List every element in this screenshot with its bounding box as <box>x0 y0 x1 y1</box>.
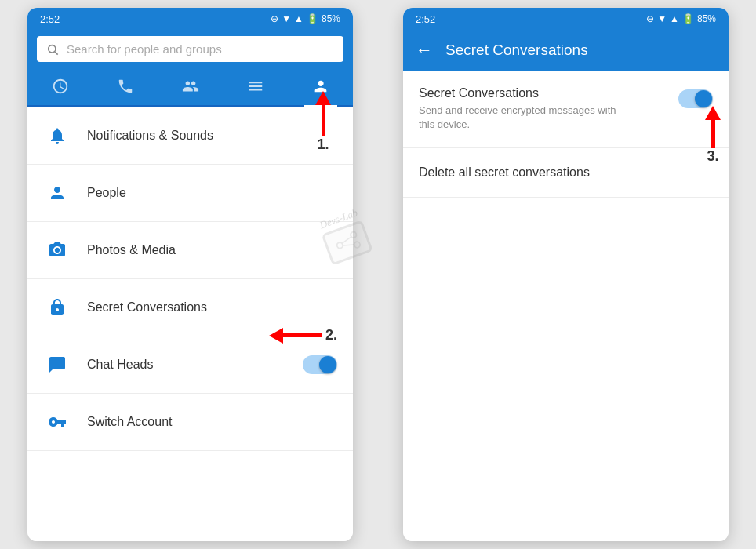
chat-icon <box>43 351 71 379</box>
arrow-head-up-3 <box>705 106 721 120</box>
delete-secret-setting[interactable]: Delete all secret conversations <box>403 148 729 198</box>
arrow-body-up-3 <box>711 120 715 148</box>
screen-title: Secret Conversations <box>445 42 588 59</box>
wifi-icon: ▲ <box>294 13 303 24</box>
notifications-label: Notifications & Sounds <box>87 129 337 143</box>
do-not-disturb-icon: ⊖ <box>271 13 278 24</box>
annotation-1-arrow: 1. <box>315 91 331 153</box>
menu-item-people[interactable]: People <box>27 165 353 222</box>
status-icons-1: ⊖ ▼ ▲ 🔋 85% <box>271 13 340 24</box>
phone-1: 2:52 ⊖ ▼ ▲ 🔋 85% Search for people and g… <box>27 8 353 541</box>
menu-item-photos[interactable]: Photos & Media <box>27 222 353 279</box>
time-1: 2:52 <box>40 13 60 25</box>
tab-recent[interactable] <box>44 75 77 102</box>
setting-title: Secret Conversations <box>419 86 669 100</box>
setting-text-wrap: Secret Conversations Send and receive en… <box>419 86 669 132</box>
toggle-knob <box>319 356 336 373</box>
tab-people[interactable] <box>174 75 207 102</box>
settings-content: Secret Conversations Send and receive en… <box>403 71 729 541</box>
status-bar-1: 2:52 ⊖ ▼ ▲ 🔋 85% <box>27 8 353 30</box>
back-button[interactable]: ← <box>416 40 433 60</box>
menu-item-secret[interactable]: Secret Conversations 2. <box>27 279 353 336</box>
chat-heads-toggle-wrap <box>303 355 337 374</box>
search-placeholder: Search for people and groups <box>67 42 222 56</box>
secret-conversations-setting[interactable]: Secret Conversations Send and receive en… <box>403 71 729 148</box>
arrow-body-up-1 <box>322 105 325 136</box>
person-icon <box>43 179 71 207</box>
signal-icon: ▼ <box>282 13 291 24</box>
search-input-wrap[interactable]: Search for people and groups <box>37 36 343 62</box>
phone-2: 2:52 ⊖ ▼ ▲ 🔋 85% ← Secret Conversations … <box>403 8 729 541</box>
search-icon <box>46 43 59 56</box>
svg-line-1 <box>55 52 58 55</box>
menu-list: Notifications & Sounds People Phot <box>27 107 353 541</box>
do-not-disturb-icon-2: ⊖ <box>646 13 654 24</box>
menu-item-chat-heads[interactable]: Chat Heads <box>27 336 353 394</box>
status-bar-2: 2:52 ⊖ ▼ ▲ 🔋 85% <box>403 8 729 30</box>
battery-percent-2: 85% <box>697 13 716 24</box>
svg-point-4 <box>353 241 361 249</box>
setting-desc: Send and receive encrypted messages with… <box>419 104 623 132</box>
app-header: ← Secret Conversations <box>403 30 729 71</box>
people-label: People <box>87 186 337 200</box>
annotation-3-label: 3. <box>707 148 718 165</box>
menu-item-switch[interactable]: Switch Account <box>27 394 353 451</box>
secret-label: Secret Conversations <box>87 300 337 314</box>
wifi-icon-2: ▲ <box>670 13 679 24</box>
tab-calls[interactable] <box>109 75 142 102</box>
battery-icon-2: 🔋 <box>682 13 694 24</box>
secret-toggle-knob <box>695 90 712 107</box>
photos-label: Photos & Media <box>87 243 337 257</box>
time-2: 2:52 <box>416 13 435 25</box>
battery-icon: 🔋 <box>307 13 318 24</box>
annotation-3-wrap: 3. <box>705 106 721 165</box>
svg-point-0 <box>49 45 56 52</box>
camera-icon <box>43 236 71 264</box>
chat-heads-toggle[interactable] <box>303 355 337 374</box>
nav-tabs-wrap: 1. <box>27 70 353 107</box>
menu-item-notifications[interactable]: Notifications & Sounds <box>27 107 353 165</box>
bell-icon <box>43 122 71 150</box>
secret-toggle-wrap: 3. <box>678 89 713 108</box>
annotation-1-label: 1. <box>317 136 329 153</box>
lock-icon <box>43 293 71 322</box>
nav-tabs <box>27 70 353 107</box>
key-icon <box>43 408 71 436</box>
battery-percent-1: 85% <box>322 13 340 24</box>
delete-label: Delete all secret conversations <box>419 165 590 179</box>
signal-icon-2: ▼ <box>657 13 667 24</box>
search-bar: Search for people and groups <box>27 30 353 70</box>
switch-account-label: Switch Account <box>87 415 337 429</box>
chat-heads-label: Chat Heads <box>87 358 303 372</box>
status-icons-2: ⊖ ▼ ▲ 🔋 85% <box>646 13 716 24</box>
tab-menu[interactable] <box>239 75 272 102</box>
arrow-head-up-1 <box>315 91 331 105</box>
